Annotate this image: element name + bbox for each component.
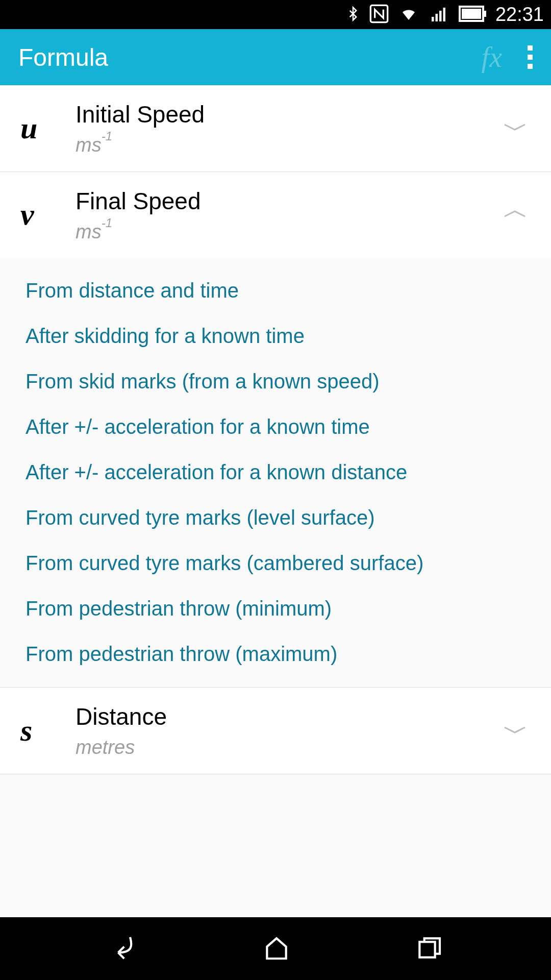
- item-title: Initial Speed: [76, 101, 502, 128]
- item-title: Final Speed: [76, 187, 502, 215]
- svg-rect-8: [419, 942, 435, 957]
- chevron-up-icon: [502, 209, 533, 221]
- app-title: Formula: [18, 43, 482, 71]
- item-unit: ms-1: [76, 220, 502, 243]
- svg-rect-2: [435, 14, 438, 21]
- svg-rect-3: [439, 11, 442, 21]
- list-item-initial-speed[interactable]: u Initial Speed ms-1: [0, 85, 551, 172]
- symbol: v: [20, 197, 71, 232]
- status-bar: 22:31: [0, 0, 551, 29]
- nfc-icon: [369, 4, 389, 26]
- sub-item[interactable]: From pedestrian throw (minimum): [26, 586, 551, 631]
- item-title: Distance: [76, 703, 502, 730]
- home-button[interactable]: [262, 934, 291, 964]
- svg-rect-6: [462, 9, 481, 19]
- content: u Initial Speed ms-1 v Final Speed ms-1 …: [0, 85, 551, 917]
- item-unit: metres: [76, 736, 502, 758]
- status-time: 22:31: [495, 4, 544, 26]
- sub-list-final-speed: From distance and time After skidding fo…: [0, 258, 551, 688]
- item-text: Distance metres: [71, 703, 502, 758]
- sub-item[interactable]: From curved tyre marks (cambered surface…: [26, 541, 551, 586]
- back-button[interactable]: [108, 934, 138, 964]
- sub-item[interactable]: From distance and time: [26, 268, 551, 313]
- svg-rect-1: [432, 17, 434, 21]
- overflow-menu-icon[interactable]: [528, 45, 533, 69]
- symbol: s: [20, 713, 71, 748]
- sub-item[interactable]: After +/- acceleration for a known time: [26, 404, 551, 450]
- battery-icon: [459, 6, 487, 24]
- nav-bar: [0, 917, 551, 980]
- bluetooth-icon: [345, 4, 361, 26]
- sub-item[interactable]: After skidding for a known time: [26, 313, 551, 359]
- recent-apps-button[interactable]: [415, 934, 443, 964]
- list-item-distance[interactable]: s Distance metres: [0, 688, 551, 774]
- item-unit: ms-1: [76, 133, 502, 156]
- sub-item[interactable]: After +/- acceleration for a known dista…: [26, 450, 551, 495]
- item-text: Final Speed ms-1: [71, 187, 502, 243]
- sub-item[interactable]: From skid marks (from a known speed): [26, 359, 551, 404]
- item-text: Initial Speed ms-1: [71, 101, 502, 156]
- signal-icon: [428, 5, 450, 25]
- svg-rect-4: [443, 8, 445, 21]
- wifi-icon: [397, 5, 420, 25]
- sub-item[interactable]: From pedestrian throw (maximum): [26, 631, 551, 677]
- symbol: u: [20, 111, 71, 146]
- chevron-down-icon: [502, 725, 533, 737]
- svg-rect-7: [484, 11, 486, 17]
- sub-item[interactable]: From curved tyre marks (level surface): [26, 495, 551, 541]
- chevron-down-icon: [502, 122, 533, 134]
- fx-icon[interactable]: fx: [482, 41, 502, 74]
- app-bar: Formula fx: [0, 29, 551, 85]
- list-item-final-speed[interactable]: v Final Speed ms-1: [0, 172, 551, 258]
